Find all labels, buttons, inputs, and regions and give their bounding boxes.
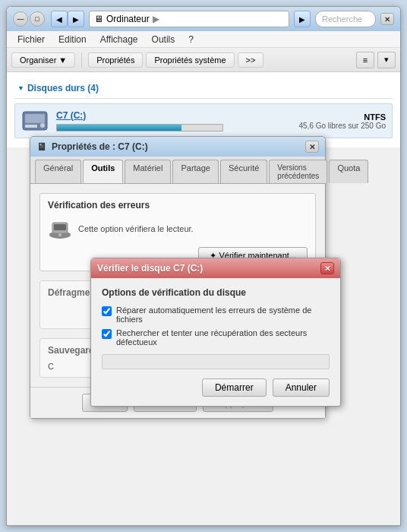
props-dialog-title-bar: 🖥 Propriétés de : C7 (C:) ✕ <box>30 137 325 157</box>
diskcheck-content: Options de vérification du disque Répare… <box>91 278 340 406</box>
verify-icon-row: Cette option vérifiera le lecteur. <box>48 217 308 241</box>
menu-fichier[interactable]: Fichier <box>11 33 51 46</box>
diskcheck-option2-label: Rechercher et tenter une récupération de… <box>116 328 330 347</box>
search-placeholder: Recherche <box>322 14 362 24</box>
diskcheck-section-title: Options de vérification du disque <box>102 287 330 298</box>
toolbar-divider <box>81 52 82 68</box>
tab-outils[interactable]: Outils <box>83 160 123 183</box>
go-button[interactable]: ▶ <box>294 11 311 27</box>
more-button[interactable]: >> <box>238 52 264 68</box>
maximize-button[interactable]: □ <box>30 11 45 27</box>
disk-icon-c <box>21 109 49 133</box>
disk-item-c[interactable]: C7 (C:) NTFS 45,6 Go libres sur 250 Go <box>14 103 393 138</box>
props-dialog-title: Propriétés de : C7 (C:) <box>52 141 148 152</box>
tabs-row: Général Outils Matériel Partage Sécurité… <box>30 157 325 184</box>
menu-bar: Fichier Edition Affichage Outils ? <box>7 31 400 48</box>
tab-securite[interactable]: Sécurité <box>220 160 267 183</box>
diskcheck-option1-label: Réparer automatiquement les erreurs de s… <box>116 306 330 324</box>
address-text: Ordinateur <box>106 14 150 24</box>
minimize-button[interactable]: — <box>13 11 28 27</box>
diskcheck-progress <box>102 354 330 369</box>
diskcheck-option2-row: Rechercher et tenter une récupération de… <box>102 328 330 347</box>
disk-type: NTFS <box>298 112 386 122</box>
svg-rect-3 <box>25 125 37 128</box>
menu-help[interactable]: ? <box>182 33 200 46</box>
disk-info-c: C7 (C:) <box>56 110 291 131</box>
tab-quota[interactable]: Quota <box>329 160 368 183</box>
diskcheck-buttons: Démarrer Annuler <box>102 378 330 397</box>
diskcheck-title: Vérifier le disque C7 (C:) <box>97 263 203 274</box>
main-window: — □ ◀ ▶ 🖥 Ordinateur ▶ ▶ Recherche ✕ Fic… <box>6 6 401 526</box>
search-bar[interactable]: Recherche <box>315 11 376 27</box>
disk-name-c[interactable]: C7 (C:) <box>56 110 291 121</box>
toolbar: Organiser ▼ Propriétés Propriétés systèm… <box>7 48 400 72</box>
svg-point-2 <box>40 123 45 128</box>
diskcheck-title-bar: Vérifier le disque C7 (C:) ✕ <box>91 258 340 278</box>
verify-icon <box>48 217 72 241</box>
organiser-button[interactable]: Organiser ▼ <box>11 52 75 68</box>
menu-edition[interactable]: Edition <box>52 33 93 46</box>
props-dialog-icon: 🖥 <box>36 141 47 153</box>
svg-rect-6 <box>54 224 66 230</box>
title-bar: — □ ◀ ▶ 🖥 Ordinateur ▶ ▶ Recherche ✕ <box>7 7 400 31</box>
tab-general[interactable]: Général <box>35 160 81 183</box>
title-bar-controls: — □ <box>13 11 45 27</box>
address-bar[interactable]: 🖥 Ordinateur ▶ <box>89 11 289 27</box>
diskcheck-option1-row: Réparer automatiquement les erreurs de s… <box>102 306 330 324</box>
diskcheck-start-button[interactable]: Démarrer <box>202 378 267 397</box>
proprietes-button[interactable]: Propriétés <box>88 52 143 68</box>
disk-meta-c: NTFS 45,6 Go libres sur 250 Go <box>298 112 386 130</box>
disk-free: 45,6 Go libres sur 250 Go <box>298 122 386 130</box>
diskcheck-dialog: Vérifier le disque C7 (C:) ✕ Options de … <box>90 258 341 407</box>
diskcheck-cancel-button[interactable]: Annuler <box>273 378 330 397</box>
diskcheck-option2-checkbox[interactable] <box>102 329 112 339</box>
tab-partage[interactable]: Partage <box>172 160 219 183</box>
disks-section-header: Disques durs (4) <box>14 78 393 99</box>
proprietes-systeme-button[interactable]: Propriétés système <box>146 52 234 68</box>
props-dialog-close-button[interactable]: ✕ <box>305 141 319 153</box>
window-close-button[interactable]: ✕ <box>380 13 394 25</box>
toolbar-right: ≡ ▾ <box>356 52 396 68</box>
view-grid-button[interactable]: ▾ <box>377 52 396 68</box>
view-list-button[interactable]: ≡ <box>356 52 374 68</box>
back-button[interactable]: ◀ <box>51 11 68 27</box>
svg-point-7 <box>58 233 62 236</box>
verify-title: Vérification des erreurs <box>48 200 308 211</box>
disk-bar-container <box>56 124 223 131</box>
forward-button[interactable]: ▶ <box>68 11 84 27</box>
tab-versions[interactable]: Versions précédentes <box>269 160 327 183</box>
disk-bar <box>57 125 181 131</box>
diskcheck-close-button[interactable]: ✕ <box>320 262 334 274</box>
verify-description: Cette option vérifiera le lecteur. <box>78 224 194 233</box>
menu-outils[interactable]: Outils <box>146 33 181 46</box>
diskcheck-option1-checkbox[interactable] <box>102 306 112 316</box>
menu-affichage[interactable]: Affichage <box>94 33 144 46</box>
tab-materiel[interactable]: Matériel <box>125 160 171 183</box>
svg-rect-1 <box>25 114 45 123</box>
